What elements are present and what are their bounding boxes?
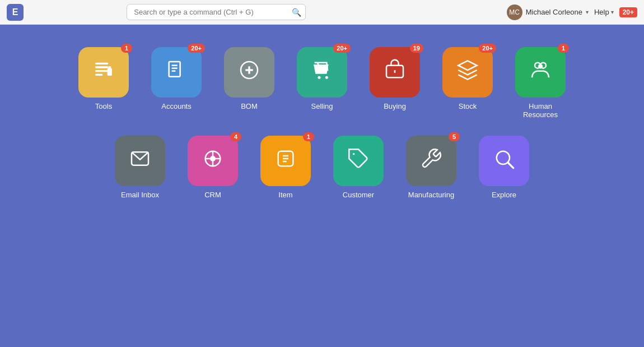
app-icon-bom xyxy=(224,47,274,98)
app-tile-accounts[interactable]: 20+Accounts xyxy=(148,47,204,119)
app-label-item: Item xyxy=(278,191,292,199)
badge-selling: 20+ xyxy=(333,44,351,53)
search-input[interactable] xyxy=(127,4,306,20)
main-content: 1Tools20+AccountsBOM20+Selling19Buying20… xyxy=(0,25,644,221)
app-tile-crm[interactable]: 4CRM xyxy=(185,136,241,199)
user-name: Michael Corleone xyxy=(526,8,582,16)
user-menu[interactable]: MC Michael Corleone ▾ xyxy=(507,4,589,20)
app-label-selling: Selling xyxy=(311,102,333,110)
app-icon-email-inbox xyxy=(115,136,165,186)
app-icon-accounts: 20+ xyxy=(151,47,202,98)
user-chevron-icon: ▾ xyxy=(586,9,589,15)
app-tile-hr[interactable]: 1Human Resources xyxy=(512,47,568,119)
app-label-tools: Tools xyxy=(95,102,112,110)
svg-point-19 xyxy=(538,64,543,68)
svg-rect-3 xyxy=(95,73,102,75)
svg-rect-1 xyxy=(95,66,108,68)
crm-icon xyxy=(202,147,224,175)
explore-icon xyxy=(493,147,515,175)
badge-tools: 1 xyxy=(121,44,132,53)
avatar: MC xyxy=(507,4,522,20)
svg-line-30 xyxy=(508,163,514,168)
help-button[interactable]: Help ▾ xyxy=(594,8,614,16)
help-chevron-icon: ▾ xyxy=(611,9,614,15)
app-tile-item[interactable]: 1Item xyxy=(258,136,314,199)
app-label-bom: BOM xyxy=(241,102,258,110)
app-row-2: Email Inbox4CRM1ItemCustomer5Manufacturi… xyxy=(34,136,610,199)
badge-item: 1 xyxy=(303,132,314,141)
app-icon-selling: 20+ xyxy=(297,47,347,98)
header: E 🔍 MC Michael Corleone ▾ Help ▾ 20+ xyxy=(0,0,644,25)
app-logo[interactable]: E xyxy=(7,4,24,21)
app-tile-stock[interactable]: 20+Stock xyxy=(440,47,496,119)
app-icon-manufacturing: 5 xyxy=(406,136,456,186)
app-tile-tools[interactable]: 1Tools xyxy=(76,47,132,119)
manufacturing-icon xyxy=(420,147,442,175)
app-label-stock: Stock xyxy=(459,102,477,110)
app-label-crm: CRM xyxy=(204,191,221,199)
app-icon-explore xyxy=(479,136,529,186)
badge-stock: 20+ xyxy=(479,44,496,53)
search-bar-container: 🔍 xyxy=(127,4,306,20)
buying-icon xyxy=(384,59,406,86)
app-tile-manufacturing[interactable]: 5Manufacturing xyxy=(403,136,459,199)
app-label-explore: Explore xyxy=(492,191,516,199)
app-tile-selling[interactable]: 20+Selling xyxy=(294,47,350,119)
app-label-accounts: Accounts xyxy=(161,102,191,110)
header-right: MC Michael Corleone ▾ Help ▾ 20+ xyxy=(507,4,637,20)
hr-icon xyxy=(529,59,552,86)
app-tile-customer[interactable]: Customer xyxy=(330,136,386,199)
app-label-manufacturing: Manufacturing xyxy=(408,191,454,199)
notification-badge[interactable]: 20+ xyxy=(619,7,637,17)
svg-point-13 xyxy=(318,76,321,78)
app-tile-email-inbox[interactable]: Email Inbox xyxy=(112,136,168,199)
app-icon-customer xyxy=(333,136,384,186)
svg-rect-0 xyxy=(95,62,108,64)
app-icon-buying: 19 xyxy=(370,47,420,98)
app-icon-hr: 1 xyxy=(515,47,566,98)
app-icon-tools: 1 xyxy=(78,47,129,98)
badge-buying: 19 xyxy=(410,44,423,53)
badge-hr: 1 xyxy=(558,44,569,53)
app-tile-bom[interactable]: BOM xyxy=(221,47,277,119)
badge-crm: 4 xyxy=(230,132,241,141)
svg-rect-6 xyxy=(169,62,180,77)
email-icon xyxy=(129,147,151,175)
search-icon: 🔍 xyxy=(292,8,301,17)
stock-icon xyxy=(456,59,479,86)
app-tile-explore[interactable]: Explore xyxy=(476,136,532,199)
badge-manufacturing: 5 xyxy=(449,132,460,141)
app-label-buying: Buying xyxy=(384,102,406,110)
customer-icon xyxy=(347,147,370,175)
bom-icon xyxy=(238,59,260,86)
svg-rect-5 xyxy=(108,66,111,69)
svg-point-14 xyxy=(325,76,328,78)
app-label-email-inbox: Email Inbox xyxy=(121,191,159,199)
app-icon-crm: 4 xyxy=(188,136,238,186)
svg-rect-4 xyxy=(108,68,112,75)
app-icon-stock: 20+ xyxy=(442,47,493,98)
accounts-icon xyxy=(165,59,188,86)
svg-point-22 xyxy=(210,156,216,161)
help-label: Help xyxy=(594,8,609,16)
selling-icon xyxy=(311,59,333,86)
app-tile-buying[interactable]: 19Buying xyxy=(367,47,423,119)
item-icon xyxy=(274,147,297,175)
tools-icon xyxy=(92,59,115,86)
app-row-1: 1Tools20+AccountsBOM20+Selling19Buying20… xyxy=(34,47,610,119)
app-label-customer: Customer xyxy=(343,191,374,199)
badge-accounts: 20+ xyxy=(188,44,205,53)
svg-rect-2 xyxy=(95,70,108,72)
app-icon-item: 1 xyxy=(260,136,311,186)
app-label-hr: Human Resources xyxy=(512,102,568,119)
